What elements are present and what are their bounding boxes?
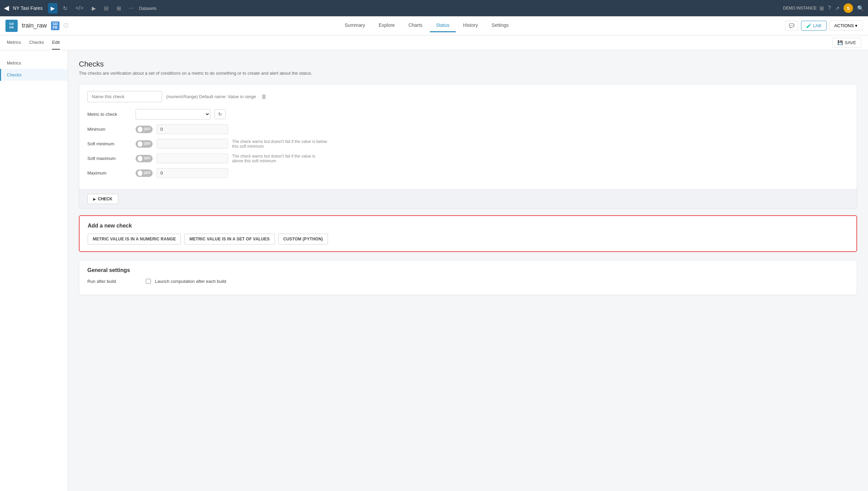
run-after-build-row: Run after build Launch computation after… [87, 279, 849, 284]
metric-select[interactable] [136, 109, 210, 120]
soft-maximum-row: Soft maximum OFF The check warns but doe… [87, 153, 849, 163]
run-check-button[interactable]: ▶ CHECK [87, 194, 118, 204]
check-name-row: (numericRange) Default name: Value in ra… [87, 91, 849, 102]
minimum-toggle-circle [138, 127, 142, 132]
soft-minimum-label: Soft minimum [87, 141, 132, 146]
dataset-nav: Summary Explore Charts Status History Se… [72, 19, 781, 32]
maximum-toggle-label: OFF [144, 171, 151, 175]
sidebar-item-metrics[interactable]: Metrics [0, 57, 68, 69]
save-button[interactable]: 💾 SAVE [832, 38, 861, 48]
general-settings-title: General settings [87, 267, 849, 273]
tab-settings[interactable]: Settings [485, 19, 515, 32]
maximum-input[interactable] [157, 168, 228, 178]
demo-instance-label: DEMO INSTANCE [783, 6, 817, 11]
check-button-label: CHECK [98, 197, 112, 201]
soft-maximum-hint: The check warns but doesn't fail if the … [232, 154, 327, 163]
grid-icon[interactable]: ⊞ [819, 5, 824, 12]
general-settings-section: General settings Run after build Launch … [79, 260, 857, 295]
app-brand: NY Taxi Fares [13, 5, 42, 11]
maximum-row: Maximum OFF [87, 168, 849, 178]
maximum-label: Maximum [87, 170, 132, 176]
check-type-numeric-range[interactable]: METRIC VALUE IS IN A NUMERIC RANGE [88, 234, 181, 244]
sub-nav: Metrics Checks Edit 💾 SAVE [0, 35, 868, 50]
check-type-custom-python[interactable]: CUSTOM (PYTHON) [278, 234, 328, 244]
soft-minimum-input[interactable] [157, 139, 228, 149]
dataset-badge: GDPR [51, 21, 59, 30]
check-footer: ▶ CHECK [79, 189, 857, 208]
check-type-set-of-values[interactable]: METRIC VALUE IS IN A SET OF VALUES [184, 234, 275, 244]
help-icon[interactable]: ? [828, 5, 831, 11]
top-nav: ◀ NY Taxi Fares ▶ ↻ </> ▶ ⊟ ⊞ ··· Datase… [0, 0, 868, 16]
check-name-input[interactable] [87, 91, 162, 102]
main-layout: Metrics Checks Checks The checks are ver… [0, 50, 868, 491]
subnav-metrics[interactable]: Metrics [7, 36, 21, 50]
tab-status[interactable]: Status [430, 19, 456, 32]
tab-explore[interactable]: Explore [372, 19, 401, 32]
nav-pipeline-icon[interactable]: ▶ [48, 3, 57, 14]
launch-computation-checkbox[interactable] [146, 279, 151, 284]
actions-button[interactable]: ACTIONS ▾ [829, 21, 863, 31]
metric-row: Metric to check ↻ [87, 109, 849, 120]
subnav-right: 💾 SAVE [832, 38, 861, 48]
nav-play-icon[interactable]: ▶ [89, 3, 99, 14]
section-title: Checks [79, 60, 857, 69]
run-after-build-label: Run after build [87, 279, 142, 284]
nav-more-icon[interactable]: ··· [126, 3, 136, 13]
soft-minimum-toggle-circle [138, 141, 142, 147]
nav-table-icon[interactable]: ⊟ [101, 3, 111, 14]
minimum-toggle[interactable]: OFF [136, 126, 153, 133]
search-icon[interactable]: 🔍 [857, 5, 864, 12]
add-check-section: Add a new check METRIC VALUE IS IN A NUM… [79, 215, 857, 252]
maximum-toggle-circle [138, 170, 142, 176]
soft-minimum-row: Soft minimum OFF The check warns but doe… [87, 139, 849, 149]
check-name-hint: (numericRange) Default name: Value in ra… [166, 94, 256, 99]
datasets-button[interactable]: Datasets [139, 6, 156, 11]
soft-maximum-toggle[interactable]: OFF [136, 155, 153, 162]
user-avatar[interactable]: S [844, 3, 853, 13]
nav-refresh-icon[interactable]: ↻ [60, 3, 70, 14]
check-card-body: (numericRange) Default name: Value in ra… [79, 84, 857, 189]
top-nav-right: ⊞ ? ↗ S 🔍 [819, 3, 864, 13]
subnav-checks[interactable]: Checks [29, 36, 44, 50]
tab-history[interactable]: History [457, 19, 484, 32]
soft-maximum-toggle-label: OFF [144, 157, 151, 160]
save-icon: 💾 [837, 40, 843, 45]
main-content: Checks The checks are verification about… [68, 50, 868, 491]
soft-maximum-input[interactable] [157, 153, 228, 163]
chat-button[interactable]: 💬 [785, 21, 798, 31]
dataset-info-icon[interactable]: ⓘ [64, 23, 68, 29]
app-logo: ◀ [4, 4, 9, 12]
sidebar-item-checks[interactable]: Checks [0, 69, 68, 81]
chart-icon[interactable]: ↗ [835, 5, 839, 12]
soft-maximum-toggle-circle [138, 156, 142, 161]
check-form-card: (numericRange) Default name: Value in ra… [79, 84, 857, 208]
lab-icon: 🧪 [806, 23, 812, 28]
header-actions: 💬 🧪 LAB ACTIONS ▾ [785, 21, 863, 31]
minimum-toggle-label: OFF [144, 127, 151, 131]
soft-maximum-label: Soft maximum [87, 156, 132, 161]
launch-computation-label: Launch computation after each build [155, 279, 226, 284]
maximum-toggle[interactable]: OFF [136, 169, 153, 177]
tab-summary[interactable]: Summary [338, 19, 371, 32]
dataset-name: train_raw [22, 22, 47, 29]
sidebar: Metrics Checks [0, 50, 68, 491]
check-type-buttons: METRIC VALUE IS IN A NUMERIC RANGE METRI… [88, 234, 848, 244]
play-icon: ▶ [93, 197, 96, 201]
dataset-header: GDPR train_raw GDPR ⓘ Summary Explore Ch… [0, 16, 868, 35]
section-description: The checks are verification about a set … [79, 71, 857, 76]
soft-minimum-toggle-label: OFF [144, 142, 151, 146]
metric-label: Metric to check [87, 112, 132, 117]
tab-charts[interactable]: Charts [402, 19, 429, 32]
subnav-edit[interactable]: Edit [52, 36, 59, 50]
lab-button[interactable]: 🧪 LAB [801, 21, 827, 31]
dataset-icon: GDPR [5, 20, 18, 32]
minimum-row: Minimum OFF [87, 124, 849, 134]
soft-minimum-hint: The check warns but doesn't fail if the … [232, 139, 327, 149]
delete-check-icon[interactable]: 🗑 [261, 94, 267, 100]
minimum-input[interactable] [157, 124, 228, 134]
metric-refresh-button[interactable]: ↻ [214, 109, 226, 119]
nav-grid-icon[interactable]: ⊞ [114, 3, 124, 14]
soft-minimum-toggle[interactable]: OFF [136, 140, 153, 148]
nav-code-icon[interactable]: </> [73, 3, 86, 13]
minimum-label: Minimum [87, 127, 132, 132]
